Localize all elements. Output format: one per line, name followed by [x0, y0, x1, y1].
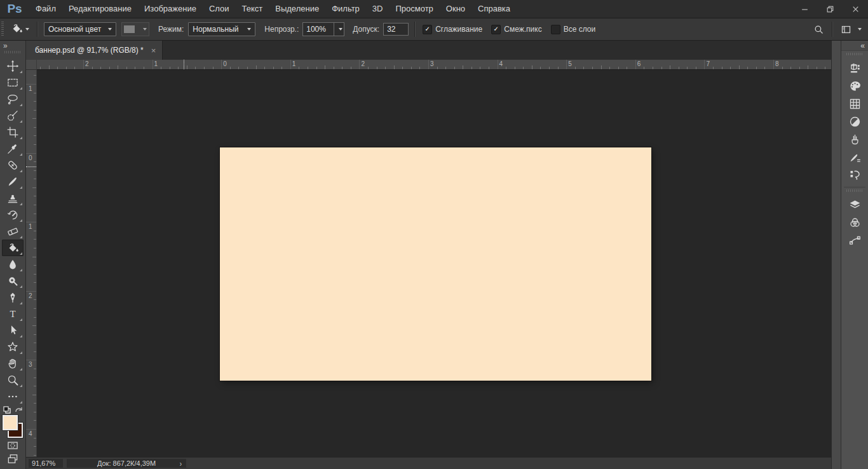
custom-shape-tool[interactable] — [2, 339, 24, 355]
opacity-dropdown[interactable] — [334, 22, 344, 36]
paint-bucket-icon — [10, 22, 23, 37]
zoom-level-field[interactable]: 91,67% — [29, 459, 63, 468]
channels-panel-icon[interactable] — [841, 214, 868, 231]
brush-settings-panel-icon[interactable] — [841, 148, 868, 166]
menu-item-window[interactable]: Окно — [440, 0, 471, 18]
tolerance-input[interactable] — [383, 23, 409, 36]
path-selection-tool[interactable] — [2, 322, 24, 339]
ruler-origin-corner[interactable] — [26, 60, 37, 70]
tools-panel-gripper[interactable] — [4, 51, 21, 53]
spot-healing-tool[interactable] — [2, 157, 24, 173]
swap-colors-icon[interactable] — [15, 405, 23, 416]
workspace-icon — [841, 24, 851, 35]
menu-item-image[interactable]: Изображение — [138, 0, 203, 18]
search-button[interactable] — [809, 21, 828, 37]
tool-flyout-icon — [20, 120, 22, 123]
rectangular-marquee-tool[interactable] — [2, 74, 24, 91]
pattern-picker[interactable] — [121, 22, 149, 36]
screen-mode-button[interactable] — [2, 452, 24, 465]
checkbox-contiguous[interactable]: ✓Смеж.пикс — [491, 25, 541, 34]
adjustments-panel-icon[interactable] — [841, 112, 868, 130]
type-tool[interactable]: T — [2, 306, 24, 322]
styles-panel-icon[interactable] — [841, 130, 868, 148]
dock-icon-group-1 — [841, 59, 868, 184]
panel-dock-edge[interactable] — [831, 41, 841, 469]
document-info-field[interactable]: Док: 867,2К/4,39М › — [67, 459, 186, 468]
dock-gripper[interactable] — [846, 189, 863, 192]
horizontal-ruler-label: 2 — [361, 60, 365, 67]
horizontal-ruler-label: 2 — [85, 60, 89, 67]
chevron-down-icon — [339, 28, 342, 31]
horizontal-ruler[interactable]: 21012345678 — [37, 60, 831, 70]
clone-stamp-tool[interactable] — [2, 190, 24, 207]
quick-mask-button[interactable] — [2, 438, 24, 452]
pasteboard[interactable] — [37, 70, 831, 457]
vertical-ruler[interactable]: 101234 — [26, 70, 37, 457]
zoom-tool[interactable] — [2, 372, 24, 388]
history-brush-tool[interactable] — [2, 207, 24, 223]
options-bar: Основной цвет Режим: Нормальный Непрозр.… — [0, 18, 868, 41]
document-canvas[interactable] — [220, 147, 651, 381]
quick-selection-tool[interactable] — [2, 107, 24, 124]
mode-label: Режим: — [158, 25, 184, 34]
close-tab-icon[interactable]: × — [151, 46, 156, 55]
contiguous-checkbox-box[interactable]: ✓ — [491, 25, 501, 34]
default-colors-icon[interactable] — [3, 406, 11, 416]
checkbox-all-layers[interactable]: Все слои — [551, 25, 596, 34]
status-chevron-icon[interactable]: › — [180, 459, 182, 468]
mode-select[interactable]: Нормальный — [188, 22, 255, 36]
menu-item-help[interactable]: Справка — [471, 0, 517, 18]
menu-item-type[interactable]: Текст — [236, 0, 269, 18]
options-bar-gripper[interactable] — [1, 22, 4, 37]
options-bar-right — [809, 21, 868, 37]
mode-value: Нормальный — [193, 25, 238, 34]
crop-tool[interactable] — [2, 124, 24, 140]
document-tab-bar: баннер.psd @ 91,7% (RGB/8) * × — [26, 41, 831, 60]
menu-item-filter[interactable]: Фильтр — [325, 0, 366, 18]
menu-item-file[interactable]: Файл — [29, 0, 62, 18]
workspace-switcher-button[interactable] — [836, 21, 855, 37]
tool-preset-button[interactable] — [8, 21, 31, 38]
dodge-tool[interactable] — [2, 273, 24, 289]
tool-flyout-icon — [20, 87, 22, 90]
properties-panel-icon[interactable] — [841, 59, 868, 77]
menu-item-layers[interactable]: Слои — [203, 0, 236, 18]
restore-button[interactable] — [817, 0, 843, 18]
move-tool[interactable] — [2, 58, 24, 74]
lasso-tool[interactable] — [2, 91, 24, 107]
collapse-tools-icon[interactable]: » — [0, 41, 25, 50]
paint-bucket-tool[interactable] — [2, 240, 24, 256]
tool-flyout-icon — [20, 219, 22, 222]
more-tools-tool[interactable] — [2, 388, 24, 405]
all-layers-checkbox-box[interactable] — [551, 25, 560, 34]
color-panel-icon[interactable] — [841, 77, 868, 95]
blur-tool[interactable] — [2, 256, 24, 273]
swatches-panel-icon[interactable] — [841, 95, 868, 112]
close-button[interactable] — [843, 0, 868, 18]
pen-tool[interactable] — [2, 289, 24, 306]
layers-panel-icon[interactable] — [841, 196, 868, 214]
history-panel-icon[interactable] — [841, 166, 868, 184]
minimize-button[interactable] — [792, 0, 817, 18]
tool-flyout-icon — [20, 302, 22, 304]
hand-tool[interactable] — [2, 355, 24, 372]
menu-item-select[interactable]: Выделение — [269, 0, 325, 18]
expand-panels-icon[interactable]: « — [841, 41, 868, 51]
opacity-combo[interactable]: 100% — [302, 22, 344, 36]
eyedropper-tool[interactable] — [2, 140, 24, 157]
brush-tool[interactable] — [2, 173, 24, 190]
checkbox-anti-alias[interactable]: ✓Сглаживание — [423, 25, 482, 34]
vertical-ruler-label: 2 — [29, 292, 32, 299]
opacity-value[interactable]: 100% — [302, 22, 334, 36]
tool-flyout-icon — [20, 401, 22, 404]
dock-gripper[interactable] — [846, 53, 863, 55]
foreground-color-swatch[interactable] — [3, 415, 18, 430]
menu-item-3d[interactable]: 3D — [366, 0, 390, 18]
fill-source-select[interactable]: Основной цвет — [44, 22, 116, 36]
menu-item-edit[interactable]: Редактирование — [62, 0, 138, 18]
menu-item-view[interactable]: Просмотр — [389, 0, 439, 18]
eraser-tool[interactable] — [2, 223, 24, 240]
anti-alias-checkbox-box[interactable]: ✓ — [423, 25, 432, 34]
document-tab[interactable]: баннер.psd @ 91,7% (RGB/8) * × — [26, 41, 163, 60]
paths-panel-icon[interactable] — [841, 231, 868, 249]
